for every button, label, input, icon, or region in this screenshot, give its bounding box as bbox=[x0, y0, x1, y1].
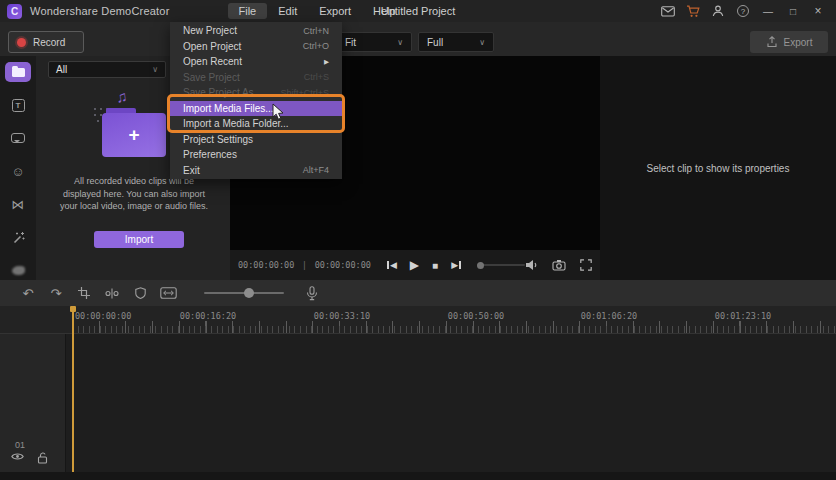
media-filter-dropdown[interactable]: All ∨ bbox=[48, 61, 166, 78]
volume-icon[interactable] bbox=[525, 259, 538, 271]
menu-item-import-media-folder[interactable]: Import a Media Folder... bbox=[170, 116, 342, 132]
fit-value: Fit bbox=[345, 37, 356, 48]
voiceover-button[interactable] bbox=[306, 286, 318, 301]
ruler-label: 00:00:16:20 bbox=[180, 311, 236, 321]
menu-item-import-media-files[interactable]: Import Media Files... bbox=[170, 101, 342, 117]
track-visibility-toggle[interactable] bbox=[11, 452, 24, 464]
prev-icon: ◀ bbox=[390, 260, 397, 270]
menu-item-open-project[interactable]: Open Project Ctrl+O bbox=[170, 39, 342, 55]
speed-button[interactable] bbox=[154, 287, 182, 299]
seek-slider[interactable] bbox=[477, 264, 525, 266]
menu-item-shortcut: Ctrl+S bbox=[304, 72, 329, 82]
menu-item-label: Project Settings bbox=[183, 134, 253, 145]
preview-controls: 00:00:00:00 | 00:00:00:00 ◀ ▶ ■ ▶ bbox=[230, 250, 600, 280]
ruler-label: 00:00:33:10 bbox=[314, 311, 370, 321]
empty-library-text: All recorded video clips will be display… bbox=[58, 175, 210, 213]
sidebar-item-text[interactable]: T bbox=[5, 95, 31, 115]
timeline-track-area[interactable] bbox=[0, 334, 836, 472]
bar-glyph bbox=[459, 261, 461, 269]
ruler-label: 00:01:23:10 bbox=[715, 311, 771, 321]
ruler-minor-ticks bbox=[72, 326, 836, 333]
play-button[interactable]: ▶ bbox=[410, 258, 419, 272]
menu-item-project-settings[interactable]: Project Settings bbox=[170, 132, 342, 148]
menu-item-label: Import Media Files... bbox=[183, 103, 274, 114]
eye-icon bbox=[11, 452, 24, 461]
lock-open-icon bbox=[37, 452, 48, 464]
cart-icon[interactable] bbox=[685, 3, 701, 19]
record-label: Record bbox=[33, 37, 65, 48]
help-icon[interactable]: ? bbox=[735, 3, 751, 19]
maximize-button[interactable]: □ bbox=[785, 3, 801, 19]
export-button[interactable]: Export bbox=[750, 31, 828, 53]
timeline-scrollbar-area[interactable] bbox=[0, 472, 836, 480]
fit-dropdown[interactable]: Fit ∨ bbox=[336, 32, 412, 52]
message-icon[interactable] bbox=[660, 3, 676, 19]
track-header: 01 bbox=[0, 334, 66, 472]
menu-item-open-recent[interactable]: Open Recent ▶ bbox=[170, 54, 342, 70]
sidebar-item-effects[interactable] bbox=[5, 227, 31, 247]
record-button[interactable]: Record bbox=[8, 31, 84, 53]
next-icon: ▶ bbox=[451, 260, 458, 270]
stop-button[interactable]: ■ bbox=[432, 260, 438, 271]
timeline-ruler[interactable]: 00:00:00:00 00:00:16:20 00:00:33:10 00:0… bbox=[0, 306, 836, 334]
fullscreen-icon[interactable] bbox=[580, 259, 592, 271]
microphone-icon bbox=[306, 286, 318, 301]
speech-bubble-icon bbox=[11, 133, 25, 143]
folder-icon bbox=[12, 68, 25, 77]
account-icon[interactable] bbox=[710, 3, 726, 19]
menu-item-preferences[interactable]: Preferences bbox=[170, 147, 342, 163]
sidebar-item-transitions[interactable]: ⋈ bbox=[5, 194, 31, 214]
previous-frame-button[interactable]: ◀ bbox=[387, 260, 397, 270]
full-dropdown[interactable]: Full ∨ bbox=[418, 32, 494, 52]
menu-file[interactable]: File bbox=[228, 3, 268, 19]
crop-button[interactable] bbox=[70, 287, 98, 299]
redo-button[interactable]: ↷ bbox=[42, 286, 70, 301]
split-button[interactable] bbox=[98, 288, 126, 299]
track-number: 01 bbox=[15, 440, 25, 450]
menu-item-exit[interactable]: Exit Alt+F4 bbox=[170, 163, 342, 179]
menu-item-label: Import a Media Folder... bbox=[183, 118, 289, 129]
ruler-label: 00:01:06:20 bbox=[581, 311, 637, 321]
import-button[interactable]: Import bbox=[94, 231, 184, 248]
menu-export[interactable]: Export bbox=[308, 3, 362, 19]
more-tools-icon bbox=[12, 266, 25, 275]
minimize-button[interactable]: — bbox=[760, 3, 776, 19]
timecode-separator: | bbox=[303, 260, 305, 270]
edit-toolbar: ↶ ↷ bbox=[0, 280, 836, 306]
export-label: Export bbox=[784, 37, 813, 48]
app-logo-icon: C bbox=[7, 4, 22, 19]
app-window: C Wondershare DemoCreator File Edit Expo… bbox=[0, 0, 836, 480]
undo-button[interactable]: ↶ bbox=[14, 286, 42, 301]
snapshot-camera-icon[interactable] bbox=[552, 259, 566, 271]
left-sidebar: T ☺ ⋈ bbox=[0, 56, 36, 280]
seek-handle[interactable] bbox=[477, 262, 484, 269]
menu-item-shortcut: Ctrl+N bbox=[303, 26, 329, 36]
track-lock-toggle[interactable] bbox=[37, 452, 48, 464]
playhead-line[interactable] bbox=[72, 306, 74, 472]
next-frame-button[interactable]: ▶ bbox=[451, 260, 461, 270]
window-controls: ? — □ × bbox=[660, 3, 836, 19]
menu-item-label: Open Recent bbox=[183, 56, 242, 67]
transitions-icon: ⋈ bbox=[12, 198, 25, 211]
sidebar-item-stickers[interactable]: ☺ bbox=[5, 161, 31, 181]
sidebar-item-captions[interactable] bbox=[5, 128, 31, 148]
menu-edit[interactable]: Edit bbox=[267, 3, 308, 19]
main-toolbar: Record Fit ∨ Full ∨ Export bbox=[0, 22, 836, 56]
marker-button[interactable] bbox=[126, 287, 154, 299]
sidebar-item-more[interactable] bbox=[5, 260, 31, 280]
menu-item-new-project[interactable]: New Project Ctrl+N bbox=[170, 23, 342, 39]
menu-item-save-project: Save Project Ctrl+S bbox=[170, 70, 342, 86]
menu-item-save-project-as: Save Project As... Shift+Ctrl+S bbox=[170, 85, 342, 101]
close-button[interactable]: × bbox=[810, 3, 826, 19]
duration-timecode: 00:00:00:00 bbox=[315, 260, 371, 270]
shield-icon bbox=[135, 287, 146, 299]
preview-right-controls bbox=[525, 259, 592, 271]
chevron-down-icon: ∨ bbox=[479, 38, 485, 47]
menu-item-label: Preferences bbox=[183, 149, 237, 160]
timeline-zoom-slider[interactable] bbox=[204, 292, 284, 294]
zoom-slider-handle[interactable] bbox=[244, 288, 254, 298]
submenu-arrow-icon: ▶ bbox=[324, 58, 329, 66]
app-name: Wondershare DemoCreator bbox=[30, 5, 170, 17]
sidebar-item-media[interactable] bbox=[5, 62, 31, 82]
full-value: Full bbox=[427, 37, 443, 48]
